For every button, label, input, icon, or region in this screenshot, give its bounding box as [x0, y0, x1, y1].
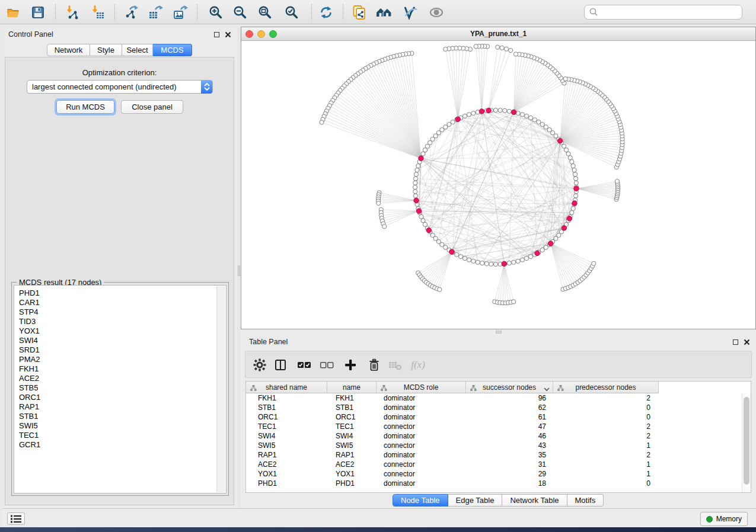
mcds-result-item[interactable]: STB1	[14, 412, 215, 421]
ring-node[interactable]	[528, 255, 532, 259]
table-row[interactable]: STB1STB1dominator620	[246, 403, 742, 412]
leaf-node[interactable]	[563, 77, 567, 81]
mcds-result-item[interactable]: SWI5	[14, 421, 215, 431]
table-row[interactable]: YOX1YOX1connector291	[246, 469, 742, 479]
ring-node[interactable]	[462, 257, 467, 261]
leaf-node[interactable]	[592, 261, 596, 265]
table-row[interactable]: SWI5SWI5connector431	[246, 441, 742, 450]
save-icon[interactable]	[28, 4, 48, 21]
ring-node[interactable]	[413, 181, 417, 185]
ring-node[interactable]	[471, 259, 476, 263]
scrollbar-thumb[interactable]	[744, 397, 749, 485]
zoom-selected-icon[interactable]	[282, 4, 302, 21]
import-table-icon[interactable]	[88, 4, 108, 21]
close-panel-button[interactable]: Close panel	[121, 100, 183, 114]
ring-node[interactable]	[574, 194, 578, 198]
column-header-successor-nodes[interactable]: successor nodes	[466, 382, 553, 393]
export-image-icon[interactable]	[171, 4, 191, 21]
float-panel-icon[interactable]	[733, 339, 738, 345]
ring-node[interactable]	[532, 118, 537, 122]
mcds-result-item[interactable]: YOX1	[14, 326, 215, 336]
ring-node[interactable]	[493, 262, 497, 266]
memory-button[interactable]: Memory	[700, 512, 748, 526]
mcds-hub-node[interactable]	[572, 201, 577, 206]
mcds-hub-node[interactable]	[479, 109, 484, 114]
ring-node[interactable]	[451, 120, 455, 124]
table-row[interactable]: RAP1RAP1dominator352	[246, 450, 742, 460]
ring-node[interactable]	[493, 108, 497, 112]
mcds-result-item[interactable]: ACE2	[14, 374, 215, 383]
leaf-node[interactable]	[382, 225, 387, 229]
mcds-hub-node[interactable]	[502, 261, 506, 266]
mcds-result-item[interactable]: PHD1	[14, 289, 215, 298]
ring-node[interactable]	[570, 210, 574, 214]
search-input[interactable]	[584, 5, 742, 20]
leaf-node[interactable]	[377, 201, 381, 205]
mcds-result-item[interactable]: SWI4	[14, 336, 215, 345]
ring-node[interactable]	[455, 252, 459, 257]
mcds-hub-node[interactable]	[419, 156, 423, 161]
mcds-result-item[interactable]: STP4	[14, 307, 215, 317]
mcds-hub-node[interactable]	[574, 186, 579, 191]
leaf-node[interactable]	[615, 180, 619, 184]
network-canvas[interactable]	[241, 41, 755, 329]
mcds-result-item[interactable]: GCR1	[14, 440, 215, 450]
mcds-result-item[interactable]: TID3	[14, 317, 215, 326]
mcds-hub-node[interactable]	[416, 209, 421, 213]
ring-node[interactable]	[413, 194, 417, 198]
mcds-hub-node[interactable]	[562, 226, 566, 230]
mcds-result-item[interactable]: CAR1	[14, 298, 215, 307]
ring-node[interactable]	[413, 190, 417, 194]
ring-node[interactable]	[419, 214, 423, 219]
mcds-hub-node[interactable]	[548, 241, 553, 246]
ring-node[interactable]	[516, 259, 520, 263]
ring-node[interactable]	[484, 262, 489, 266]
ring-node[interactable]	[574, 177, 578, 181]
mcds-result-item[interactable]: PMA2	[14, 355, 215, 364]
ring-node[interactable]	[415, 168, 419, 172]
leaf-node[interactable]	[496, 45, 500, 49]
delete-column-icon[interactable]	[366, 357, 382, 373]
refresh-layout-icon[interactable]	[316, 4, 336, 21]
tab-network[interactable]: Network	[47, 44, 90, 56]
tab-style[interactable]: Style	[90, 44, 122, 56]
ring-node[interactable]	[524, 257, 528, 261]
ring-node[interactable]	[489, 262, 493, 266]
import-network-icon[interactable]	[62, 4, 82, 21]
splitter-handle[interactable]	[238, 265, 240, 276]
ring-node[interactable]	[467, 258, 471, 262]
mcds-result-item[interactable]: SRD1	[14, 345, 215, 355]
ring-node[interactable]	[528, 116, 532, 120]
leaf-node[interactable]	[512, 300, 516, 304]
mcds-hub-node[interactable]	[426, 227, 431, 232]
tab-node-table[interactable]: Node Table	[393, 494, 448, 507]
close-panel-icon[interactable]	[744, 339, 750, 345]
export-table-icon[interactable]	[146, 4, 166, 21]
mcds-hub-node[interactable]	[535, 251, 540, 255]
mcds-hub-node[interactable]	[455, 117, 460, 121]
leaf-node[interactable]	[438, 287, 442, 291]
column-header-mcds-role[interactable]: MCDS role	[377, 382, 466, 393]
ring-node[interactable]	[571, 164, 575, 168]
zoom-in-icon[interactable]	[206, 4, 226, 21]
export-network-icon[interactable]	[122, 4, 142, 21]
ring-node[interactable]	[572, 168, 576, 172]
vizmapper-icon[interactable]	[400, 4, 420, 21]
mcds-result-item[interactable]: STB5	[14, 383, 215, 393]
float-panel-icon[interactable]	[214, 32, 219, 37]
table-row[interactable]: PHD1PHD1dominator180	[246, 479, 742, 488]
ring-node[interactable]	[416, 164, 420, 168]
leaf-node[interactable]	[508, 48, 512, 52]
mcds-result-item[interactable]: TEC1	[14, 431, 215, 440]
ring-node[interactable]	[467, 113, 471, 117]
network-home-icon[interactable]	[374, 4, 394, 21]
ring-node[interactable]	[573, 172, 577, 177]
column-header-name[interactable]: name	[327, 382, 377, 393]
tab-motifs[interactable]: Motifs	[567, 494, 604, 507]
ring-node[interactable]	[503, 108, 507, 113]
ring-node[interactable]	[480, 261, 484, 265]
ring-node[interactable]	[476, 260, 480, 264]
table-row[interactable]: TEC1TEC1connector472	[246, 422, 742, 431]
ring-node[interactable]	[570, 159, 574, 164]
run-mcds-button[interactable]: Run MCDS	[56, 100, 114, 114]
